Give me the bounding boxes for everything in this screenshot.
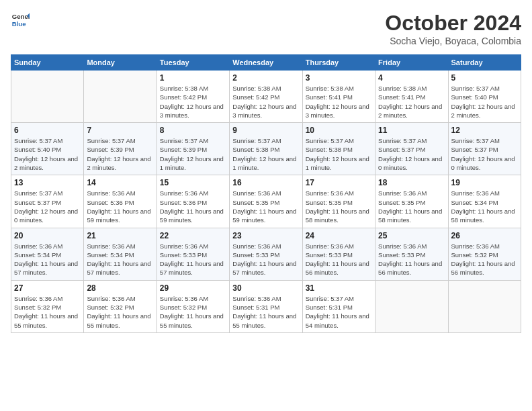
- day-number: 2: [232, 73, 299, 83]
- day-info: Sunrise: 5:38 AM Sunset: 5:42 PM Dayligh…: [232, 84, 299, 120]
- calendar-cell: 20Sunrise: 5:36 AM Sunset: 5:34 PM Dayli…: [11, 228, 84, 280]
- calendar-cell: 2Sunrise: 5:38 AM Sunset: 5:42 PM Daylig…: [230, 71, 302, 123]
- day-number: 18: [378, 178, 445, 187]
- day-number: 30: [232, 283, 299, 293]
- calendar-cell: 11Sunrise: 5:37 AM Sunset: 5:37 PM Dayli…: [375, 123, 448, 175]
- day-info: Sunrise: 5:36 AM Sunset: 5:34 PM Dayligh…: [451, 189, 518, 224]
- calendar-week-row: 20Sunrise: 5:36 AM Sunset: 5:34 PM Dayli…: [11, 228, 521, 280]
- day-info: Sunrise: 5:36 AM Sunset: 5:33 PM Dayligh…: [232, 242, 299, 277]
- calendar-cell: 12Sunrise: 5:37 AM Sunset: 5:37 PM Dayli…: [448, 123, 521, 175]
- day-info: Sunrise: 5:37 AM Sunset: 5:39 PM Dayligh…: [87, 136, 153, 172]
- day-number: 22: [160, 231, 226, 240]
- calendar-week-row: 13Sunrise: 5:37 AM Sunset: 5:37 PM Dayli…: [11, 175, 521, 228]
- day-info: Sunrise: 5:37 AM Sunset: 5:37 PM Dayligh…: [451, 136, 518, 172]
- calendar-cell: 7Sunrise: 5:37 AM Sunset: 5:39 PM Daylig…: [84, 123, 157, 175]
- day-info: Sunrise: 5:36 AM Sunset: 5:34 PM Dayligh…: [14, 242, 81, 277]
- day-info: Sunrise: 5:38 AM Sunset: 5:41 PM Dayligh…: [378, 84, 445, 120]
- calendar-cell: 24Sunrise: 5:36 AM Sunset: 5:33 PM Dayli…: [302, 228, 375, 280]
- calendar-cell: 22Sunrise: 5:36 AM Sunset: 5:33 PM Dayli…: [157, 228, 229, 280]
- calendar-week-row: 1Sunrise: 5:38 AM Sunset: 5:42 PM Daylig…: [11, 71, 521, 123]
- day-info: Sunrise: 5:37 AM Sunset: 5:37 PM Dayligh…: [378, 136, 445, 172]
- day-info: Sunrise: 5:37 AM Sunset: 5:40 PM Dayligh…: [14, 136, 81, 172]
- calendar-cell: 27Sunrise: 5:36 AM Sunset: 5:32 PM Dayli…: [11, 280, 84, 332]
- calendar-cell: [448, 280, 521, 332]
- calendar-cell: 9Sunrise: 5:37 AM Sunset: 5:38 PM Daylig…: [230, 123, 302, 175]
- weekday-header: Friday: [375, 55, 448, 71]
- calendar-cell: 6Sunrise: 5:37 AM Sunset: 5:40 PM Daylig…: [11, 123, 84, 175]
- day-info: Sunrise: 5:38 AM Sunset: 5:42 PM Dayligh…: [160, 84, 226, 120]
- day-number: 17: [306, 178, 372, 187]
- day-info: Sunrise: 5:36 AM Sunset: 5:36 PM Dayligh…: [87, 189, 153, 224]
- weekday-header: Monday: [84, 55, 157, 71]
- day-info: Sunrise: 5:37 AM Sunset: 5:31 PM Dayligh…: [306, 294, 372, 330]
- calendar-cell: [375, 280, 448, 332]
- day-number: 12: [451, 126, 518, 135]
- calendar-cell: 1Sunrise: 5:38 AM Sunset: 5:42 PM Daylig…: [157, 71, 229, 123]
- day-number: 28: [87, 283, 153, 293]
- day-number: 20: [14, 231, 81, 240]
- day-info: Sunrise: 5:38 AM Sunset: 5:41 PM Dayligh…: [306, 84, 372, 120]
- day-number: 7: [87, 126, 153, 135]
- calendar-cell: 3Sunrise: 5:38 AM Sunset: 5:41 PM Daylig…: [302, 71, 375, 123]
- day-number: 25: [378, 231, 445, 240]
- calendar-cell: 5Sunrise: 5:37 AM Sunset: 5:40 PM Daylig…: [448, 71, 521, 123]
- weekday-header: Sunday: [11, 55, 84, 71]
- day-info: Sunrise: 5:36 AM Sunset: 5:35 PM Dayligh…: [378, 189, 445, 224]
- day-number: 26: [451, 231, 518, 240]
- day-info: Sunrise: 5:36 AM Sunset: 5:32 PM Dayligh…: [160, 294, 226, 330]
- day-info: Sunrise: 5:36 AM Sunset: 5:33 PM Dayligh…: [378, 242, 445, 277]
- day-info: Sunrise: 5:36 AM Sunset: 5:32 PM Dayligh…: [451, 242, 518, 277]
- day-info: Sunrise: 5:37 AM Sunset: 5:40 PM Dayligh…: [451, 84, 518, 120]
- calendar-cell: 19Sunrise: 5:36 AM Sunset: 5:34 PM Dayli…: [448, 175, 521, 228]
- day-info: Sunrise: 5:36 AM Sunset: 5:36 PM Dayligh…: [160, 189, 226, 224]
- calendar-cell: 30Sunrise: 5:36 AM Sunset: 5:31 PM Dayli…: [230, 280, 302, 332]
- calendar-cell: 25Sunrise: 5:36 AM Sunset: 5:33 PM Dayli…: [375, 228, 448, 280]
- calendar-cell: 16Sunrise: 5:36 AM Sunset: 5:35 PM Dayli…: [230, 175, 302, 228]
- day-info: Sunrise: 5:36 AM Sunset: 5:33 PM Dayligh…: [306, 242, 372, 277]
- weekday-header: Thursday: [302, 55, 375, 71]
- day-info: Sunrise: 5:36 AM Sunset: 5:31 PM Dayligh…: [232, 294, 299, 330]
- day-info: Sunrise: 5:36 AM Sunset: 5:32 PM Dayligh…: [87, 294, 153, 330]
- day-number: 24: [306, 231, 372, 240]
- calendar-week-row: 27Sunrise: 5:36 AM Sunset: 5:32 PM Dayli…: [11, 280, 521, 332]
- day-number: 27: [14, 283, 81, 293]
- calendar-cell: 13Sunrise: 5:37 AM Sunset: 5:37 PM Dayli…: [11, 175, 84, 228]
- day-info: Sunrise: 5:36 AM Sunset: 5:34 PM Dayligh…: [87, 242, 153, 277]
- day-number: 9: [232, 126, 299, 135]
- title-block: October 2024 Socha Viejo, Boyaca, Colomb…: [385, 11, 521, 46]
- page-header: General Blue October 2024 Socha Viejo, B…: [11, 11, 521, 46]
- weekday-header: Wednesday: [230, 55, 302, 71]
- day-info: Sunrise: 5:36 AM Sunset: 5:32 PM Dayligh…: [14, 294, 81, 330]
- calendar-cell: [11, 71, 84, 123]
- day-number: 5: [451, 73, 518, 83]
- calendar-cell: 4Sunrise: 5:38 AM Sunset: 5:41 PM Daylig…: [375, 71, 448, 123]
- day-info: Sunrise: 5:36 AM Sunset: 5:35 PM Dayligh…: [232, 189, 299, 224]
- day-info: Sunrise: 5:37 AM Sunset: 5:38 PM Dayligh…: [232, 136, 299, 172]
- calendar-cell: 10Sunrise: 5:37 AM Sunset: 5:38 PM Dayli…: [302, 123, 375, 175]
- calendar-cell: 23Sunrise: 5:36 AM Sunset: 5:33 PM Dayli…: [230, 228, 302, 280]
- day-info: Sunrise: 5:36 AM Sunset: 5:33 PM Dayligh…: [160, 242, 226, 277]
- day-number: 1: [160, 73, 226, 83]
- day-info: Sunrise: 5:37 AM Sunset: 5:38 PM Dayligh…: [306, 136, 372, 172]
- month-title: October 2024: [385, 11, 521, 36]
- logo: General Blue: [11, 11, 30, 30]
- logo-icon: General Blue: [11, 11, 30, 30]
- calendar-cell: 18Sunrise: 5:36 AM Sunset: 5:35 PM Dayli…: [375, 175, 448, 228]
- calendar-cell: 15Sunrise: 5:36 AM Sunset: 5:36 PM Dayli…: [157, 175, 229, 228]
- location: Socha Viejo, Boyaca, Colombia: [385, 36, 521, 46]
- calendar-cell: 26Sunrise: 5:36 AM Sunset: 5:32 PM Dayli…: [448, 228, 521, 280]
- day-number: 8: [160, 126, 226, 135]
- calendar-table: SundayMondayTuesdayWednesdayThursdayFrid…: [11, 54, 521, 333]
- day-number: 16: [232, 178, 299, 187]
- calendar-cell: 17Sunrise: 5:36 AM Sunset: 5:35 PM Dayli…: [302, 175, 375, 228]
- day-number: 15: [160, 178, 226, 187]
- weekday-header: Tuesday: [157, 55, 229, 71]
- day-number: 29: [160, 283, 226, 293]
- calendar-week-row: 6Sunrise: 5:37 AM Sunset: 5:40 PM Daylig…: [11, 123, 521, 175]
- day-info: Sunrise: 5:36 AM Sunset: 5:35 PM Dayligh…: [306, 189, 372, 224]
- day-number: 14: [87, 178, 153, 187]
- day-number: 3: [306, 73, 372, 83]
- calendar-cell: 8Sunrise: 5:37 AM Sunset: 5:39 PM Daylig…: [157, 123, 229, 175]
- weekday-header: Saturday: [448, 55, 521, 71]
- calendar-cell: 29Sunrise: 5:36 AM Sunset: 5:32 PM Dayli…: [157, 280, 229, 332]
